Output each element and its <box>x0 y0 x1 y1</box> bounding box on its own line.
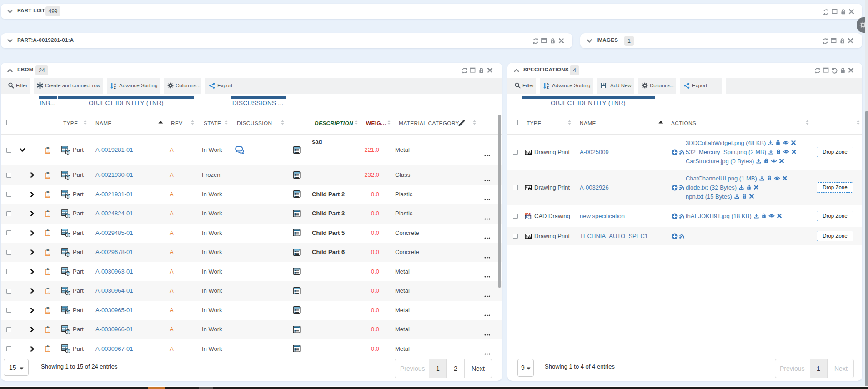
svg-text:CAD: CAD <box>525 213 531 215</box>
svg-text:Z: Z <box>547 85 549 89</box>
svg-text:Z: Z <box>114 85 116 89</box>
